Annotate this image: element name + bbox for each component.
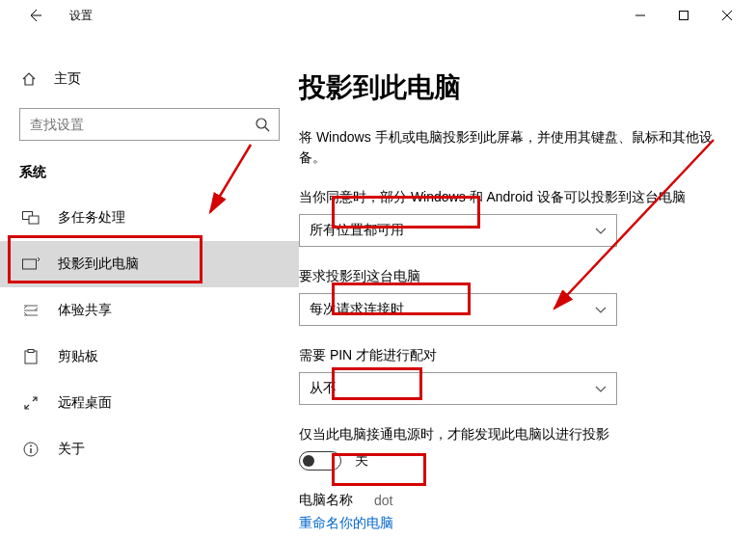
minimize-icon [635, 11, 645, 20]
svg-rect-8 [23, 259, 37, 269]
chevron-down-icon [595, 302, 607, 317]
maximize-icon [679, 11, 688, 20]
svg-rect-7 [29, 216, 39, 224]
svg-line-5 [265, 127, 269, 131]
svg-rect-10 [28, 350, 34, 353]
projecting-icon [21, 255, 40, 274]
back-button[interactable] [19, 0, 50, 31]
close-icon [722, 11, 732, 20]
toggle-label-text: 仅当此电脑接通电源时，才能发现此电脑以进行投影 [299, 426, 735, 444]
sidebar-item-about[interactable]: 关于 [0, 426, 299, 472]
dropdown-value: 从不 [310, 380, 337, 397]
sidebar-item-label: 投影到此电脑 [58, 256, 139, 273]
rename-link[interactable]: 重命名你的电脑 [299, 515, 393, 532]
dropdown-value: 每次请求连接时 [310, 301, 404, 318]
sidebar-item-remote[interactable]: 远程桌面 [0, 380, 299, 426]
svg-point-4 [256, 119, 266, 128]
svg-point-13 [30, 445, 32, 447]
titlebar: 设置 [0, 0, 756, 31]
minimize-button[interactable] [618, 0, 662, 31]
dropdown-value: 所有位置都可用 [310, 222, 404, 239]
sidebar-item-multitasking[interactable]: 多任务处理 [0, 195, 299, 241]
remote-icon [21, 393, 40, 413]
sidebar-item-shared[interactable]: 体验共享 [0, 287, 299, 334]
sidebar: 主页 系统 多任务处理 投影到此电脑 [0, 31, 299, 538]
pc-name-value: dot [374, 493, 392, 508]
sidebar-item-projecting[interactable]: 投影到此电脑 [0, 241, 299, 287]
sidebar-item-label: 体验共享 [58, 302, 112, 319]
search-input-container[interactable] [19, 108, 280, 141]
toggle-knob [303, 455, 314, 467]
window-title: 设置 [69, 8, 93, 24]
maximize-button[interactable] [662, 0, 705, 31]
close-button[interactable] [705, 0, 748, 31]
svg-rect-1 [679, 12, 688, 20]
power-toggle[interactable] [299, 451, 341, 471]
chevron-down-icon [595, 223, 607, 238]
sidebar-item-label: 远程桌面 [58, 394, 112, 412]
content-area: 投影到此电脑 将 Windows 手机或电脑投影到此屏幕，并使用其键盘、鼠标和其… [299, 31, 756, 538]
home-label: 主页 [54, 70, 81, 88]
sidebar-item-clipboard[interactable]: 剪贴板 [0, 334, 299, 380]
about-icon [21, 440, 40, 459]
shared-icon [21, 301, 40, 320]
search-input[interactable] [20, 117, 246, 132]
chevron-down-icon [595, 381, 607, 396]
back-arrow-icon [27, 8, 42, 23]
home-nav[interactable]: 主页 [0, 60, 299, 98]
section-label: 系统 [0, 158, 299, 195]
page-description: 将 Windows 手机或电脑投影到此屏幕，并使用其键盘、鼠标和其他设备。 [299, 127, 735, 168]
sidebar-item-label: 关于 [58, 441, 85, 458]
setting-label-1: 当你同意时，部分 Windows 和 Android 设备可以投影到这台电脑 [299, 189, 735, 206]
setting-label-3: 需要 PIN 才能进行配对 [299, 347, 735, 364]
page-title: 投影到此电脑 [299, 69, 735, 106]
dropdown-ask[interactable]: 每次请求连接时 [299, 293, 617, 326]
sidebar-item-label: 多任务处理 [58, 209, 125, 227]
clipboard-icon [21, 347, 40, 366]
dropdown-pin[interactable]: 从不 [299, 372, 617, 405]
toggle-state: 关 [355, 452, 368, 470]
sidebar-item-label: 剪贴板 [58, 348, 98, 365]
search-icon [246, 117, 279, 132]
setting-label-2: 要求投影到这台电脑 [299, 268, 735, 285]
multitasking-icon [21, 208, 40, 228]
dropdown-availability[interactable]: 所有位置都可用 [299, 214, 617, 247]
home-icon [19, 71, 39, 87]
pc-name-label: 电脑名称 [299, 492, 353, 509]
